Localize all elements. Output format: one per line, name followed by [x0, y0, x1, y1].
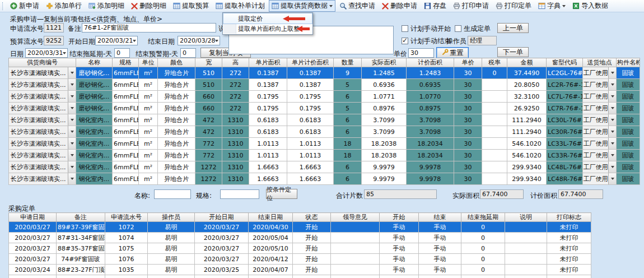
cell-priced-area[interactable]: 18.2034: [407, 138, 454, 150]
cell-quantity[interactable]: 6: [334, 114, 362, 126]
cell-delivery-location[interactable]: 工厂使用: [583, 91, 617, 103]
cell-delivery-location[interactable]: 工厂使用: [583, 103, 617, 114]
cell-width[interactable]: 510: [195, 67, 222, 79]
cell-component-name[interactable]: 固玻: [617, 138, 640, 150]
cell-name[interactable]: 钢化室内...: [76, 126, 113, 138]
cell-color[interactable]: 异地合片: [158, 103, 195, 114]
cell-unit[interactable]: m²: [139, 79, 158, 91]
cell-note[interactable]: [505, 233, 547, 243]
cell-window-code[interactable]: LC33L-76#...: [547, 138, 583, 150]
cell-quantity[interactable]: 6: [334, 91, 362, 103]
cell-color[interactable]: 异地合片: [158, 150, 195, 161]
cell-window-code[interactable]: LC33R-76#...: [547, 150, 583, 161]
toolbar-button-delete-detail[interactable]: 删除明细: [128, 0, 169, 12]
cell-dropdown-button[interactable]: [608, 150, 616, 161]
cell-supplier-code[interactable]: 长沙市潇湘玻璃实...: [9, 114, 76, 126]
cell-piece-area[interactable]: 1.0113: [249, 150, 287, 161]
cell-unit-price[interactable]: 30: [454, 114, 482, 126]
cell-quantity[interactable]: 6: [334, 126, 362, 138]
detail-row[interactable]: 长沙市潇湘玻璃实...钢化室内...6mmFLE...m²异地合片1272131…: [9, 173, 640, 185]
detail-row[interactable]: 长沙市潇湘玻璃实...磨砂钢化...6mmFLE...m²异地合片5102720…: [9, 67, 640, 79]
cell-start-date[interactable]: 2020/03/27: [195, 233, 249, 243]
cell-delivery-location[interactable]: 工厂使用: [583, 138, 617, 150]
toolbar-button-dictionary[interactable]: 字典: [535, 0, 568, 12]
cell-supplier-code[interactable]: 长沙市潇湘玻璃实...: [9, 79, 76, 91]
cell-height[interactable]: 272: [222, 67, 249, 79]
cell-spec[interactable]: 6mmFLE...: [113, 150, 139, 161]
cell-remark[interactable]: 89#37-39F窗固玻: [57, 222, 105, 233]
detail-row[interactable]: 长沙市潇湘玻璃实...钢化室内...6mmFLE...m²异地合片4721310…: [9, 126, 640, 138]
cell-delivery-location[interactable]: 工厂使用: [583, 79, 617, 91]
menu-item-extract-piece-area-round-up[interactable]: 提取单片面积向上取整: [223, 24, 312, 34]
cell-delivery-location[interactable]: 工厂使用: [583, 114, 617, 126]
cell-component-name[interactable]: 固玻: [617, 173, 640, 185]
cell-start-date[interactable]: 2020/03/25: [195, 265, 249, 275]
cell-start[interactable]: 手动: [380, 233, 419, 243]
remark-input[interactable]: [82, 23, 216, 33]
cell-window-code[interactable]: LC48R-76#...: [547, 173, 583, 185]
cell-supplier-code[interactable]: 长沙市潇湘玻璃实...: [9, 126, 76, 138]
cell-apply-date[interactable]: 2020/03/27: [9, 233, 57, 243]
toolbar-button-search-application[interactable]: 查找申请: [337, 0, 378, 12]
plan-manual-start-checkbox[interactable]: [402, 25, 408, 32]
cell-tax-rate[interactable]: 0: [482, 67, 507, 79]
operator-input[interactable]: [468, 36, 497, 45]
cell-serial-no[interactable]: 1075: [105, 243, 148, 254]
cell-name[interactable]: 磨砂钢化...: [76, 91, 113, 103]
cell-operator[interactable]: 易明: [148, 233, 195, 243]
cell-dropdown-button[interactable]: [608, 91, 616, 102]
date-combo[interactable]: 2020/03/31: [25, 48, 68, 58]
cell-tax-rate[interactable]: [482, 91, 507, 103]
filter-spec-input[interactable]: [220, 189, 259, 199]
cell-dropdown-button[interactable]: [68, 173, 76, 184]
cell-component-name[interactable]: 固玻: [617, 150, 640, 161]
cell-piece-priced-area[interactable]: 1.6663: [287, 173, 334, 185]
cell-dropdown-button[interactable]: [608, 79, 616, 90]
cell-actual-area[interactable]: 18.2038: [362, 150, 407, 161]
cell-spec[interactable]: 6mmFLE...: [113, 103, 139, 114]
toolbar-button-extract-budget[interactable]: 提取预算: [170, 0, 212, 12]
cell-end[interactable]: 手动: [419, 243, 461, 254]
filter-name-input[interactable]: [154, 189, 191, 199]
cell-dropdown-button[interactable]: [68, 67, 76, 78]
cell-remark[interactable]: 87#31-34F窗固玻: [57, 233, 105, 243]
cell-amount[interactable]: 32.3100: [507, 91, 547, 103]
cell-supplier-code[interactable]: 长沙市潇湘玻璃实...: [9, 103, 76, 114]
cell-unit-price[interactable]: 30: [454, 103, 482, 114]
cell-end-delay[interactable]: 0: [461, 254, 505, 265]
order-row[interactable]: 2020/03/2774#9F窗固玻1076易明2020/03/272020/0…: [9, 254, 591, 265]
cell-component-name[interactable]: 固玻: [617, 103, 640, 114]
cell-note[interactable]: [505, 222, 547, 233]
cell-name[interactable]: 钢化室内...: [76, 114, 113, 126]
cell-serial-no[interactable]: 1072: [105, 222, 148, 233]
cell-dropdown-button[interactable]: [68, 161, 76, 173]
cell-name[interactable]: 钢化室内...: [76, 150, 113, 161]
cell-quantity[interactable]: 6: [334, 161, 362, 173]
cell-remark[interactable]: 88#23-27F门顶玻: [57, 265, 105, 275]
cell-dropdown-button[interactable]: [68, 138, 76, 149]
toolbar-button-print-order[interactable]: 打印定单: [493, 0, 534, 12]
cell-width[interactable]: 772: [195, 138, 222, 150]
cell-end[interactable]: 手动: [419, 254, 461, 265]
cell-operator[interactable]: 易明: [148, 222, 195, 233]
cell-piece-area[interactable]: 1.6663: [249, 173, 287, 185]
serial-input[interactable]: [44, 23, 64, 33]
cell-unit[interactable]: m²: [139, 91, 158, 103]
cell-name[interactable]: 钢化室内...: [76, 173, 113, 185]
cell-unit-price[interactable]: 30: [454, 138, 482, 150]
plan-manual-end-checkbox[interactable]: [402, 38, 408, 44]
cell-print-flag[interactable]: 未打印: [547, 222, 591, 233]
cell-leader-opinion[interactable]: [331, 243, 380, 254]
cell-piece-area[interactable]: 0.1795: [249, 91, 287, 103]
next-order-button[interactable]: 下一单: [497, 47, 529, 57]
cell-window-code[interactable]: LC2R-76#-1F: [547, 79, 583, 91]
cell-tax-rate[interactable]: [482, 173, 507, 185]
unit-price-input[interactable]: [408, 48, 434, 58]
cell-amount[interactable]: 299.9340: [507, 161, 547, 173]
cell-end-date[interactable]: 2020/04/30: [249, 222, 293, 233]
cell-leader-opinion[interactable]: [331, 265, 380, 275]
cell-width[interactable]: 1272: [195, 161, 222, 173]
cell-dropdown-button[interactable]: [608, 138, 616, 149]
cell-component-name[interactable]: 固玻: [617, 126, 640, 138]
cell-spec[interactable]: 6mmFLE...: [113, 138, 139, 150]
